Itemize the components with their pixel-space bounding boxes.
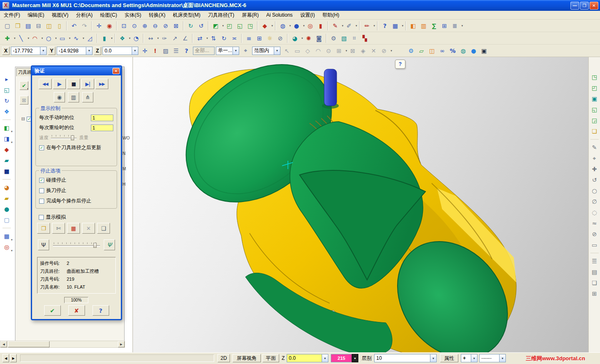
wireframe-globe-icon[interactable]: ◍ [278, 21, 288, 30]
sheet-view-icon[interactable]: ❏ [590, 126, 600, 136]
single-select-combo[interactable]: 单一... ▼ [216, 47, 239, 55]
gnomon-icon[interactable]: ◆ [260, 21, 270, 30]
table-icon[interactable]: ⊞ [440, 21, 449, 30]
select-all-operations-button[interactable]: ✔ [20, 81, 28, 90]
copy-panel-icon[interactable]: ❏ [590, 278, 600, 288]
disable-icon[interactable]: ⊘ [590, 229, 600, 239]
pan-icon[interactable]: ✛ [94, 21, 104, 30]
list-panel-icon[interactable]: ☰ [590, 256, 600, 266]
blue-gem-icon[interactable]: ❖ [2, 107, 12, 117]
gold-bar-icon[interactable]: ▰ [2, 193, 12, 203]
material-icon[interactable]: ◙ [314, 34, 324, 43]
gview-front-icon[interactable]: ◱ [590, 105, 600, 115]
create-line-icon[interactable]: ╲ [16, 34, 26, 43]
add-entity-icon[interactable]: ✚ [590, 164, 600, 174]
y-axis-button[interactable]: Y [48, 47, 55, 55]
rotate-entity-icon[interactable]: ↺ [590, 175, 600, 185]
x-axis-button[interactable]: X [2, 47, 10, 55]
save-icon[interactable]: ▤ [23, 21, 33, 30]
notes-icon[interactable]: ▯ [55, 21, 64, 30]
sketch-icon[interactable]: ✎ [590, 142, 600, 152]
z-coordinate-input[interactable]: 0.0 ▼ [102, 47, 138, 55]
xform-rotate-icon[interactable]: ↻ [219, 34, 229, 43]
y-coordinate-input[interactable]: -14.9298 ▼ [57, 47, 92, 55]
snap-mid-icon[interactable]: ◈ [358, 46, 368, 55]
create-spline-icon[interactable]: ∿ [71, 34, 81, 43]
gview-sphere-icon[interactable]: ◧ [2, 123, 12, 133]
gview-right-icon[interactable]: ◲ [590, 115, 600, 125]
line-style-combo[interactable]: ——— ▼ [479, 354, 506, 362]
chevron-down-icon[interactable]: ▼ [322, 354, 328, 362]
menu-machine-type[interactable]: 机床类型(M) [169, 11, 204, 20]
snap-endpoint-icon[interactable]: ◇ [303, 46, 312, 55]
repaint-view-icon[interactable]: ↻ [2, 96, 12, 106]
xform-translate-icon[interactable]: ⇄ [195, 34, 205, 43]
xform-mirror-icon[interactable]: ⇅ [209, 34, 218, 43]
help-button[interactable]: ? [92, 305, 109, 316]
ops-list-icon[interactable]: ≣ [450, 21, 460, 30]
grid-icon[interactable]: ⊞ [255, 34, 264, 43]
teal-bar-icon[interactable]: ▰ [2, 155, 12, 165]
rect-entity-icon[interactable]: ▭ [590, 240, 600, 250]
sum-icon[interactable]: ∑ [429, 21, 439, 30]
lamp-icon[interactable]: ☼ [265, 34, 275, 43]
globe-icon[interactable]: ◍ [458, 46, 468, 55]
zoom-previous-icon[interactable]: ⊘ [161, 21, 170, 30]
tab-toolpaths[interactable]: 刀具路径 [16, 68, 32, 76]
help-icon[interactable]: ? [380, 21, 390, 30]
clear-color-icon[interactable]: ⊘ [275, 34, 285, 43]
menu-xform[interactable]: 转换(X) [145, 11, 169, 20]
menu-file[interactable]: 文件(F) [0, 11, 24, 20]
snap-intersect-icon[interactable]: ✕ [369, 46, 378, 55]
update-after-toolpath-checkbox[interactable]: ✓ 在每个刀具路径之后更新 [39, 144, 113, 151]
selection-list-icon[interactable]: ☰ [171, 46, 181, 55]
capture-icon[interactable]: ◫ [44, 21, 54, 30]
color-selector[interactable]: 215 ▼ [331, 354, 358, 362]
dim-leader-icon[interactable]: ↗ [170, 34, 180, 43]
status-scroll-left-icon[interactable]: ◀ [2, 354, 9, 362]
dynamic-rotate-icon[interactable]: ↺ [196, 21, 206, 30]
cylinder-icon[interactable]: ▮ [316, 21, 325, 30]
screen-view-button[interactable]: 屏幕视角 [232, 354, 261, 362]
menu-screen[interactable]: 屏幕(R) [238, 11, 262, 20]
chevron-down-icon[interactable]: ▼ [430, 354, 436, 362]
iso-view-icon[interactable]: ◩ [211, 21, 220, 30]
zoom-out-icon[interactable]: ⊖ [150, 21, 160, 30]
cancel-button[interactable]: ✘ [68, 305, 85, 316]
zoom-fit-icon[interactable]: ⊠ [171, 21, 181, 30]
chevron-down-icon[interactable]: ▼ [352, 354, 358, 362]
origin-icon[interactable]: ⌖ [590, 153, 600, 163]
ruler-grid-icon[interactable]: ⌗ [350, 34, 359, 43]
analyze-dynamic-icon[interactable]: ✏ [362, 21, 372, 30]
surface-revolve-icon[interactable]: ◔ [131, 34, 141, 43]
chevron-down-icon[interactable]: ▼ [499, 354, 505, 362]
scroll-left-icon[interactable]: ◀ [0, 341, 7, 347]
dialog-close-icon[interactable]: ✕ [112, 68, 120, 74]
ring-icon[interactable]: ◎ [305, 21, 315, 30]
menu-view[interactable]: 视图(V) [48, 11, 72, 20]
step-forward-button[interactable]: ▶| [81, 79, 94, 89]
dialog-titlebar[interactable]: 验证 ✕ [32, 67, 121, 75]
create-rect-icon[interactable]: ▭ [58, 34, 67, 43]
create-fillet-icon[interactable]: ◿ [85, 34, 95, 43]
glass-panel-icon[interactable]: ▢ [2, 215, 12, 225]
panel-horizontal-scrollbar[interactable]: ◀ ▶ [0, 341, 125, 348]
scrollbar-thumb[interactable] [8, 341, 50, 347]
level-combo[interactable]: 10 ▼ [374, 354, 437, 362]
chart-icon[interactable]: ▚ [360, 34, 370, 43]
step-mode-button[interactable]: Ψ [38, 239, 49, 250]
surface-create-icon[interactable]: ❖ [118, 34, 127, 43]
steps-per-redraw-field[interactable]: 1 [91, 125, 113, 131]
tool-plane-icon[interactable]: ◫ [427, 46, 437, 55]
snap-off-icon[interactable]: ⊘ [379, 46, 389, 55]
menu-create[interactable]: 绘图(C) [96, 11, 121, 20]
selection-mode-icon[interactable]: ⌖ [241, 46, 250, 55]
circle-entity-icon[interactable]: ○ [590, 186, 600, 196]
select-all-combo[interactable]: 全部... [193, 47, 215, 55]
plane-select-icon[interactable]: ▱ [417, 46, 426, 55]
snap-arc-icon[interactable]: ◠ [313, 46, 323, 55]
dim-note-icon[interactable]: ✑ [160, 34, 169, 43]
xform-offset-icon[interactable]: ≍ [230, 34, 239, 43]
rewind-button[interactable]: ◀◀ [39, 79, 52, 89]
select-last-icon[interactable]: ↖ [282, 46, 292, 55]
